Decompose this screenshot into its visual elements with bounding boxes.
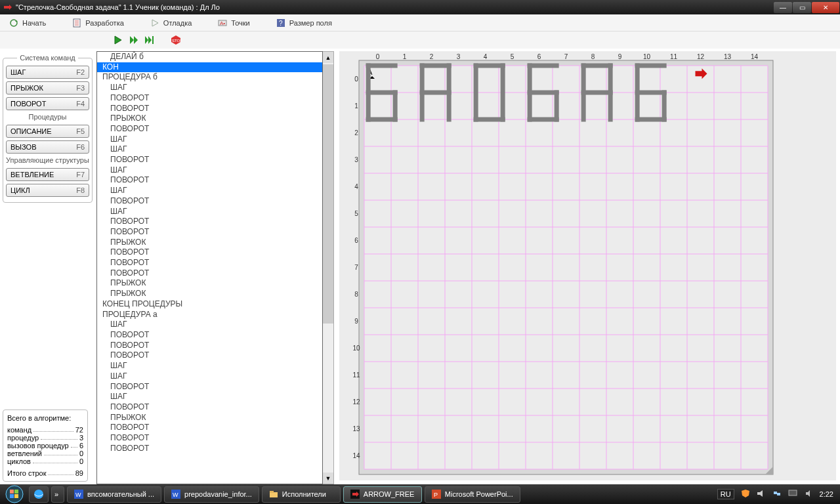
code-line[interactable]: ПОВОРОТ xyxy=(97,433,322,444)
code-line[interactable]: ПРЫЖОК xyxy=(97,278,322,289)
code-line[interactable]: ШАГ xyxy=(97,165,322,176)
stats-row: циклов0 xyxy=(7,457,83,465)
tray-volume-icon[interactable] xyxy=(804,489,813,499)
svg-rect-119 xyxy=(10,494,14,498)
code-line[interactable]: ШАГ xyxy=(97,135,322,145)
code-line[interactable]: ПОВОРОТ xyxy=(97,247,322,258)
code-line[interactable]: ПОВОРОТ xyxy=(97,268,322,279)
stats-row: команд72 xyxy=(7,426,83,434)
svg-marker-17 xyxy=(148,36,152,44)
code-line[interactable]: ПОВОРОТ xyxy=(97,124,322,135)
tray-shield-icon[interactable] xyxy=(741,489,750,499)
taskbar-item[interactable]: Исполнители xyxy=(262,486,341,503)
svg-rect-126 xyxy=(270,492,278,497)
code-line[interactable]: ШАГ xyxy=(97,186,322,196)
svg-rect-135 xyxy=(777,493,780,495)
code-line[interactable]: ПРОЦЕДУРА а xyxy=(97,310,322,320)
language-indicator[interactable]: RU xyxy=(717,489,734,499)
menu-field-size[interactable]: ? Размер поля xyxy=(276,18,332,28)
svg-text:9: 9 xyxy=(354,318,358,325)
code-line[interactable]: ПОВОРОТ xyxy=(97,104,322,114)
scroll-thumb[interactable] xyxy=(323,64,333,324)
fast-forward-button[interactable] xyxy=(127,33,140,47)
quick-launch-chevron[interactable]: » xyxy=(51,486,64,503)
code-line[interactable]: ШАГ xyxy=(97,83,322,93)
control-structures-label: Управляющие структуры xyxy=(6,156,89,164)
code-line[interactable]: ПРЫЖОК xyxy=(97,114,322,124)
code-line[interactable]: ШАГ xyxy=(97,361,322,371)
code-line[interactable]: ШАГ xyxy=(97,144,322,155)
svg-text:0: 0 xyxy=(376,53,380,60)
command-button-вызов[interactable]: ВЫЗОВF6 xyxy=(6,140,89,154)
code-line[interactable]: КОН xyxy=(97,62,322,73)
svg-text:W: W xyxy=(173,492,178,498)
code-line[interactable]: ШАГ xyxy=(97,320,322,330)
code-line[interactable]: ШАГ xyxy=(97,207,322,217)
code-line[interactable]: ПОВОРОТ xyxy=(97,93,322,104)
code-line[interactable]: ПРЫЖОК xyxy=(97,289,322,299)
code-line[interactable]: ПОВОРОТ xyxy=(97,258,322,268)
window-minimize-button[interactable]: — xyxy=(774,2,792,13)
stop-button[interactable]: STOP xyxy=(169,33,182,47)
run-button[interactable] xyxy=(112,33,125,47)
code-line[interactable]: ПОВОРОТ xyxy=(97,341,322,351)
svg-text:13: 13 xyxy=(724,53,732,60)
code-line[interactable]: ПОВОРОТ xyxy=(97,402,322,413)
menu-debug[interactable]: Отладка xyxy=(150,18,192,28)
menu-start[interactable]: Начать xyxy=(9,18,46,28)
command-button-прыжок[interactable]: ПРЫЖОКF3 xyxy=(6,81,89,94)
step-to-end-button[interactable] xyxy=(143,33,156,47)
code-line[interactable]: ПОВОРОТ xyxy=(97,330,322,341)
code-line[interactable]: ПРОЦЕДУРА б xyxy=(97,72,322,83)
window-close-button[interactable]: ✕ xyxy=(812,2,839,13)
menu-points[interactable]: A• Точки xyxy=(218,18,249,28)
code-line[interactable]: ПРЫЖОК xyxy=(97,413,322,423)
code-line[interactable]: ПОВОРОТ xyxy=(97,227,322,238)
command-button-описание[interactable]: ОПИСАНИЕF5 xyxy=(6,125,89,138)
code-line[interactable]: ПОВОРОТ xyxy=(97,175,322,186)
ie-quick-launch[interactable] xyxy=(29,486,49,503)
code-line[interactable]: ПОВОРОТ xyxy=(97,196,322,207)
stats-footer-label: Итого строк xyxy=(7,469,46,477)
taskbar-clock[interactable]: 2:22 xyxy=(820,490,833,498)
code-line[interactable]: ПОВОРОТ xyxy=(97,350,322,361)
window-maximize-button[interactable]: ▭ xyxy=(793,2,811,13)
svg-rect-18 xyxy=(152,36,154,44)
code-line[interactable]: ПОВОРОТ xyxy=(97,444,322,454)
taskbar-item[interactable]: Wprepodavanie_infor... xyxy=(164,486,259,503)
tray-monitor-icon[interactable] xyxy=(788,489,797,499)
code-line[interactable]: ПОВОРОТ xyxy=(97,382,322,392)
command-button-ветвление[interactable]: ВЕТВЛЕНИЕF7 xyxy=(6,168,89,181)
scroll-up-icon[interactable]: ▲ xyxy=(323,52,333,63)
code-line[interactable]: ШАГ xyxy=(97,371,322,382)
scroll-down-icon[interactable]: ▼ xyxy=(323,472,333,484)
code-scrollbar[interactable]: ▲ ▼ xyxy=(323,51,334,484)
command-system-label: Система команд xyxy=(17,54,78,62)
code-line[interactable]: ПОВОРОТ xyxy=(97,423,322,433)
svg-rect-0 xyxy=(4,6,9,9)
code-line[interactable]: ДЕЛАЙ б xyxy=(97,52,322,62)
svg-rect-120 xyxy=(14,494,18,498)
code-line[interactable]: ПОВОРОТ xyxy=(97,217,322,227)
command-button-шаг[interactable]: ШАГF2 xyxy=(6,66,89,79)
menu-dev[interactable]: Разработка xyxy=(72,18,124,28)
command-button-поворот[interactable]: ПОВОРОТF4 xyxy=(6,97,89,110)
start-button[interactable] xyxy=(0,484,29,504)
command-button-цикл[interactable]: ЦИКЛF8 xyxy=(6,184,89,197)
menu-debug-label: Отладка xyxy=(163,19,192,27)
tray-network-icon[interactable] xyxy=(772,489,782,499)
code-list[interactable]: ДЕЛАЙ бКОНПРОЦЕДУРА бШАГПОВОРОТПОВОРОТПР… xyxy=(96,51,323,484)
help-icon: ? xyxy=(276,18,285,28)
taskbar-item[interactable]: Wвпсомогательный ... xyxy=(67,486,161,503)
menubar: Начать Разработка Отладка A• Точки ? Раз… xyxy=(0,14,840,32)
tray-sound-icon[interactable] xyxy=(757,489,766,499)
svg-text:2: 2 xyxy=(430,53,434,60)
workspace: Система команд ШАГF2ПРЫЖОКF3ПОВОРОТF4 Пр… xyxy=(0,49,840,484)
code-line[interactable]: ПОВОРОТ xyxy=(97,155,322,165)
code-line[interactable]: ШАГ xyxy=(97,392,322,402)
window-titlebar: "Стрелочка-Свободная задача" 1.1 Ученик … xyxy=(0,0,840,14)
code-line[interactable]: ПРЫЖОК xyxy=(97,238,322,248)
drawing-canvas[interactable]: 0123456789101112131401234567891011121314… xyxy=(339,51,836,480)
svg-text:6: 6 xyxy=(354,237,358,244)
code-line[interactable]: КОНЕЦ ПРОЦЕДУРЫ xyxy=(97,299,322,310)
